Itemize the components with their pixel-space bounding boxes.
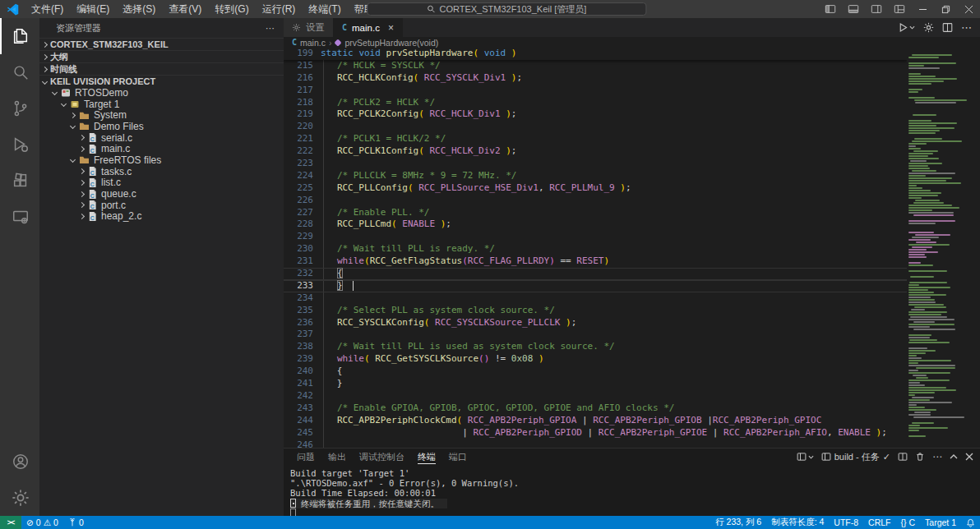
close-tab-icon[interactable]: × xyxy=(388,22,394,34)
tab-main.c[interactable]: Cmain.c× xyxy=(334,18,403,37)
code-line-224[interactable]: 224 /* PLLCLK = 8MHz * 9 = 72 MHz. */ xyxy=(284,170,907,182)
code-line-217[interactable]: 217 xyxy=(284,85,907,97)
code-line-232[interactable]: 232 { xyxy=(284,268,907,280)
status-item[interactable]: CRLF xyxy=(863,517,895,528)
status-item[interactable]: {} C xyxy=(896,517,921,528)
code-line-221[interactable]: 221 /* PCLK1 = HCLK/2 */ xyxy=(284,133,907,145)
tree-item-queue.c[interactable]: Cqueue.c xyxy=(39,188,284,200)
remote-explorer-icon[interactable] xyxy=(0,199,39,235)
toggle-sidebar-icon[interactable] xyxy=(819,0,842,18)
panel-tab-问题[interactable]: 问题 xyxy=(290,448,321,465)
code-editor[interactable]: 199static void prvSetupHardware( void ) … xyxy=(284,48,980,448)
tree-item-main.c[interactable]: Cmain.c xyxy=(39,143,284,154)
source-control-icon[interactable] xyxy=(0,90,39,126)
code-line-229[interactable]: 229 xyxy=(284,231,907,243)
settings-gear-icon[interactable] xyxy=(0,480,39,516)
editor-scrollbar[interactable] xyxy=(973,48,980,448)
new-terminal-button[interactable] xyxy=(797,452,814,462)
restore-window-button[interactable] xyxy=(934,0,957,18)
code-line-237[interactable]: 237 xyxy=(284,329,907,341)
section-CORTEX_STM32F103_KEIL[interactable]: CORTEX_STM32F103_KEIL xyxy=(39,38,284,50)
tree-item-System[interactable]: System xyxy=(39,109,284,121)
explorer-more-actions-icon[interactable]: ⋯ xyxy=(266,23,275,34)
tree-item-heap_2.c[interactable]: Cheap_2.c xyxy=(39,211,284,223)
code-line-216[interactable]: 216 RCC_HCLKConfig( RCC_SYSCLK_Div1 ); xyxy=(284,72,907,85)
code-line-245[interactable]: 245 | RCC_APB2Periph_GPIOD | RCC_APB2Per… xyxy=(284,427,907,439)
panel-more-actions-icon[interactable]: ⋯ xyxy=(932,451,942,462)
code-line-230[interactable]: 230 /* Wait till PLL is ready. */ xyxy=(284,243,907,255)
code-line-228[interactable]: 228 RCC_PLLCmd( ENABLE ); xyxy=(284,218,907,231)
minimap[interactable] xyxy=(907,48,973,448)
command-center[interactable]: CORTEX_STM32F103_Keil [管理员] xyxy=(367,2,646,16)
code-line-235[interactable]: 235 /* Select PLL as system clock source… xyxy=(284,305,907,317)
run-and-debug-icon[interactable] xyxy=(0,126,39,163)
sticky-line-199[interactable]: 199static void prvSetupHardware( void ) xyxy=(284,48,907,60)
sticky-scroll-line[interactable]: 199static void prvSetupHardware( void ) xyxy=(284,48,907,60)
code-line-238[interactable]: 238 /* Wait till PLL is used as system c… xyxy=(284,341,907,353)
terminal-output[interactable]: Build target 'Target 1'".\RTOSDemo.axf" … xyxy=(284,465,980,516)
code-line-222[interactable]: 222 RCC_PCLK1Config( RCC_HCLK_Div2 ); xyxy=(284,145,907,158)
tree-item-Target 1[interactable]: Target 1 xyxy=(39,99,284,110)
code-line-234[interactable]: 234 xyxy=(284,292,907,305)
code-line-243[interactable]: 243 /* Enable GPIOA, GPIOB, GPIOC, GPIOD… xyxy=(284,402,907,415)
menu-终端(T)[interactable]: 终端(T) xyxy=(302,2,347,16)
code-line-244[interactable]: 244 RCC_APB2PeriphClockCmd( RCC_APB2Peri… xyxy=(284,415,907,427)
code-line-225[interactable]: 225 RCC_PLLConfig( RCC_PLLSource_HSE_Div… xyxy=(284,182,907,195)
tree-item-RTOSDemo[interactable]: RTOSDemo xyxy=(39,87,284,99)
close-window-button[interactable] xyxy=(957,0,980,18)
menu-编辑(E)[interactable]: 编辑(E) xyxy=(70,2,116,16)
code-line-223[interactable]: 223 xyxy=(284,158,907,170)
split-editor-icon[interactable] xyxy=(942,22,953,33)
tree-item-tasks.c[interactable]: Ctasks.c xyxy=(39,166,284,177)
remote-indicator[interactable]: >< xyxy=(0,516,21,529)
breadcrumb-symbol[interactable]: prvSetupHardware(void) xyxy=(344,38,438,48)
tree-item-list.c[interactable]: Clist.c xyxy=(39,177,284,189)
code-line-246[interactable]: 246 xyxy=(284,439,907,448)
terminal-list-item[interactable]: build - 任务 ✓ xyxy=(821,451,890,463)
minimize-window-button[interactable] xyxy=(911,0,934,18)
explorer-icon[interactable] xyxy=(0,18,39,54)
code-line-227[interactable]: 227 /* Enable PLL. */ xyxy=(284,207,907,219)
panel-tab-终端[interactable]: 终端 xyxy=(411,448,442,465)
toggle-panel-icon[interactable] xyxy=(842,0,865,18)
status-item[interactable]: Target 1 xyxy=(920,517,961,528)
menu-转到(G)[interactable]: 转到(G) xyxy=(208,2,255,16)
status-item[interactable]: UTF-8 xyxy=(829,517,863,528)
ports-indicator[interactable]: 0 xyxy=(63,518,89,527)
code-line-233[interactable]: 233 } xyxy=(284,280,907,292)
tree-item-FreeRTOS files[interactable]: FreeRTOS files xyxy=(39,154,284,166)
code-line-239[interactable]: 239 while( RCC_GetSYSCLKSource() != 0x08… xyxy=(284,353,907,366)
section-KEIL UVISION PROJECT[interactable]: KEIL UVISION PROJECT xyxy=(39,75,284,87)
breadcrumb-file[interactable]: main.c xyxy=(300,38,326,48)
menu-运行(R)[interactable]: 运行(R) xyxy=(256,2,303,16)
code-line-220[interactable]: 220 xyxy=(284,121,907,133)
section-时间线[interactable]: 时间线 xyxy=(39,62,284,75)
breadcrumb[interactable]: C main.c › prvSetupHardware(void) xyxy=(284,37,980,48)
toggle-secondary-sidebar-icon[interactable] xyxy=(865,0,888,18)
panel-tab-端口[interactable]: 端口 xyxy=(442,448,474,465)
code-line-241[interactable]: 241 } xyxy=(284,378,907,390)
problems-indicator[interactable]: ⊘ 0 ⚠ 0 xyxy=(21,518,63,527)
tree-item-serial.c[interactable]: Cserial.c xyxy=(39,132,284,144)
menu-文件(F)[interactable]: 文件(F) xyxy=(25,2,70,16)
code-line-226[interactable]: 226 xyxy=(284,195,907,207)
tab-设置[interactable]: 设置 xyxy=(284,18,334,37)
status-item[interactable]: 行 233, 列 6 xyxy=(710,517,766,528)
editor-gear-icon[interactable] xyxy=(923,22,934,33)
code-line-242[interactable]: 242 xyxy=(284,390,907,402)
code-line-218[interactable]: 218 /* PCLK2 = HCLK */ xyxy=(284,97,907,109)
menu-选择(S)[interactable]: 选择(S) xyxy=(116,2,162,16)
maximize-panel-icon[interactable] xyxy=(950,453,958,461)
code-line-219[interactable]: 219 RCC_PCLK2Config( RCC_HCLK_Div1 ); xyxy=(284,108,907,121)
menu-查看(V)[interactable]: 查看(V) xyxy=(162,2,208,16)
close-panel-icon[interactable] xyxy=(965,453,973,461)
notifications-bell-icon[interactable] xyxy=(961,518,980,527)
customize-layout-icon[interactable] xyxy=(888,0,911,18)
panel-tab-调试控制台[interactable]: 调试控制台 xyxy=(353,448,411,465)
kill-terminal-icon[interactable] xyxy=(915,452,925,462)
tree-item-Demo Files[interactable]: Demo Files xyxy=(39,121,284,132)
split-terminal-icon[interactable] xyxy=(898,452,908,462)
code-line-215[interactable]: 215 /* HCLK = SYSCLK */ xyxy=(284,60,907,72)
section-大纲[interactable]: 大纲 xyxy=(39,50,284,62)
run-file-button[interactable] xyxy=(898,22,915,33)
